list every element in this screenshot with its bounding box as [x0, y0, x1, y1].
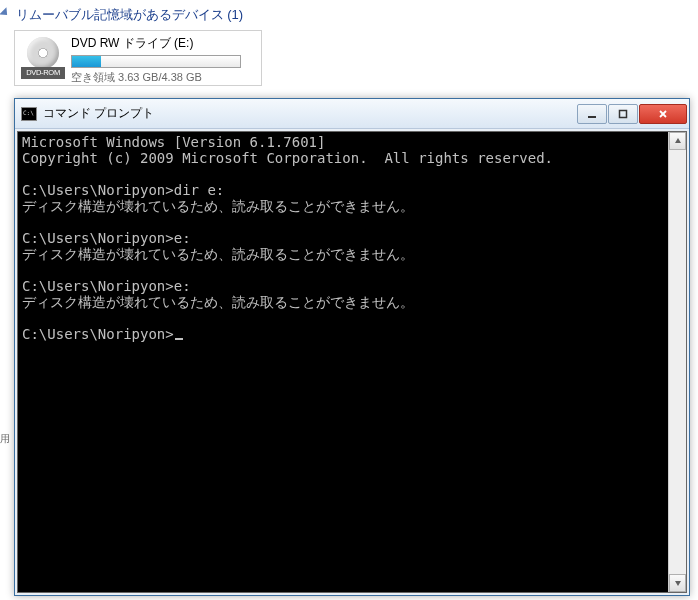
scroll-down-button[interactable] [669, 574, 686, 592]
window-title: コマンド プロンプト [43, 105, 576, 122]
capacity-bar [71, 55, 241, 68]
dvd-drive-tile[interactable]: DVD-ROM DVD RW ドライブ (E:) 空き領域 3.63 GB/4.… [14, 30, 262, 86]
collapse-triangle-icon [0, 7, 11, 18]
sidebar-tab-fragment: 用 [0, 432, 8, 446]
svg-rect-1 [620, 110, 627, 117]
dvd-rom-icon: DVD-ROM [21, 35, 65, 79]
close-button[interactable] [639, 104, 687, 124]
drive-info: DVD RW ドライブ (E:) 空き領域 3.63 GB/4.38 GB [71, 35, 255, 85]
removable-devices-header[interactable]: リムーバブル記憶域があるデバイス (1) [0, 0, 698, 26]
drive-name: DVD RW ドライブ (E:) [71, 35, 255, 52]
svg-marker-4 [675, 138, 681, 143]
cmd-icon [21, 107, 37, 121]
scroll-track[interactable] [669, 150, 686, 574]
vertical-scrollbar[interactable] [668, 132, 686, 592]
svg-marker-5 [675, 581, 681, 586]
section-title-text: リムーバブル記憶域があるデバイス (1) [16, 7, 244, 22]
minimize-button[interactable] [577, 104, 607, 124]
scroll-up-button[interactable] [669, 132, 686, 150]
console-output[interactable]: Microsoft Windows [Version 6.1.7601] Cop… [18, 132, 668, 592]
maximize-button[interactable] [608, 104, 638, 124]
drive-free-text: 空き領域 3.63 GB/4.38 GB [71, 70, 255, 85]
titlebar[interactable]: コマンド プロンプト [15, 99, 689, 129]
command-prompt-window: コマンド プロンプト Microsoft Windows [Version 6.… [14, 98, 690, 596]
